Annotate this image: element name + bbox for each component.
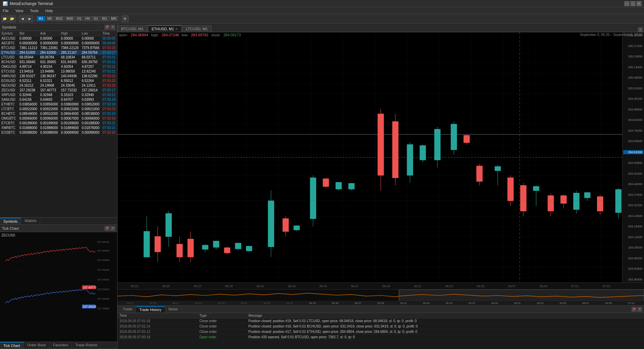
toolbar-separator-3 [120, 16, 120, 22]
table-row[interactable]: EOSUSD 6.52311 6.52321 6.55012 6.52264 0… [0, 79, 117, 83]
minimize-button[interactable]: — [625, 1, 629, 6]
price-284312: 284.31200 [623, 204, 643, 207]
sym-name: BCHBTC [0, 112, 18, 116]
lb-tab-favorites[interactable]: Favorites [50, 342, 72, 349]
main-chart-svg[interactable] [117, 32, 644, 282]
tick-panel-controls: 📌 ✕ [105, 226, 115, 231]
table-row[interactable]: XMRUSD 138.91027 138.96247 140.04936 138… [0, 74, 117, 79]
tf-w1[interactable]: W1 [100, 16, 109, 21]
table-row[interactable]: OMGBTC 0.00066000 0.00066000 0.00067000 … [0, 116, 117, 121]
lb-tab-orderbook[interactable]: Order Book [24, 342, 50, 349]
price-284248: 284.24800 [623, 214, 643, 218]
terminal-pin-button[interactable]: 📌 [632, 307, 636, 312]
menu-file[interactable]: File [1, 8, 10, 13]
price-284056: 284.05600 [623, 246, 643, 249]
chart-area[interactable]: open: 284.06894 high: 284.07248 low: 283… [117, 32, 644, 282]
price-285272: 285.27200 [623, 44, 643, 48]
chart-tabs-close[interactable]: ✕ [638, 27, 643, 32]
sym-low: 13.92240 [80, 69, 101, 74]
time-0635: 06:35 [150, 285, 182, 288]
back-button[interactable]: ◀ [19, 15, 26, 22]
menu-help[interactable]: Help [44, 8, 54, 13]
svg-rect-69 [451, 124, 457, 150]
table-row[interactable]: OMGUSD 4.89714 4.90154 4.92054 4.87257 0… [0, 64, 117, 69]
sym-bid: 0.00000000 [18, 41, 39, 46]
svg-rect-61 [392, 122, 398, 178]
new-chart-button[interactable]: 📁 [1, 15, 8, 22]
tf-h4[interactable]: H4 [84, 16, 92, 21]
tab-wallets[interactable]: Wallets [21, 218, 40, 224]
tick-close-button[interactable]: ✕ [110, 226, 115, 231]
lb-tab-tickchart[interactable]: Tick Chart [0, 342, 24, 349]
sym-high: 0.00000000 [60, 41, 81, 46]
table-row[interactable]: NEOUSD 24.16212 24.19668 24.33045 24.129… [0, 83, 117, 88]
svg-rect-67 [435, 129, 440, 160]
sym-name: EOSBTC [0, 130, 18, 135]
sym-low: 0.63993 [80, 97, 101, 102]
table-row[interactable]: BTCUSD 7381.11213 7381.22081 7384.22120 … [0, 46, 117, 50]
sym-time: 07:03:21 [101, 60, 117, 64]
table-row[interactable]: ETCUSD 13.94816 13.94886 13.98059 13.922… [0, 69, 117, 74]
maximize-button[interactable]: □ [631, 1, 635, 6]
chart-tab-btcusd[interactable]: BTCUSD, M1 [117, 26, 147, 32]
table-row[interactable]: BCHUSD 631.06840 631.35665 631.94355 630… [0, 60, 117, 64]
chart-navigator[interactable]: 06:17 06:19 06:21 06:23 06:25 06:27 06:2… [117, 289, 644, 305]
sym-low: 0.08538000 [80, 112, 101, 116]
symbols-close-button[interactable]: ✕ [110, 25, 115, 30]
chart-tab-ethusd[interactable]: ETHUSD, M1 ✕ [148, 25, 182, 32]
sym-high: 4.92054 [60, 64, 81, 69]
menu-view[interactable]: View [14, 8, 25, 13]
close-button[interactable]: ✕ [637, 1, 641, 6]
tf-m15[interactable]: M15 [54, 16, 64, 21]
terminal-tab-news[interactable]: News [165, 306, 182, 312]
lb-tab-traderobots[interactable]: Trade Robots [72, 342, 101, 349]
price-284952: 284.95200 [623, 97, 643, 100]
tf-m5[interactable]: M5 [46, 16, 54, 21]
sym-bid: 0.00189000 [18, 121, 39, 126]
chart-tab-ltcusd[interactable]: LTCUSD, M1 [182, 26, 211, 32]
table-row[interactable]: AECUSD 0.00000 0.00000 0.00000 0.00000 0… [0, 36, 117, 41]
table-row[interactable]: SANUSD 0.64156 0.64693 0.64707 0.63993 0… [0, 97, 117, 102]
tf-h1[interactable]: H1 [76, 16, 83, 21]
th-message: Message [246, 313, 644, 318]
time-0643: 06:43 [276, 285, 308, 288]
table-row[interactable]: ETHUSD 284.61000 284.62000 285.21167 284… [0, 50, 117, 55]
table-row[interactable]: BCHBTC 0.08549000 0.08552000 0.08564000 … [0, 112, 117, 116]
nav-time-0651: 06:51 [506, 302, 529, 305]
svg-text:157.49285: 157.49285 [97, 297, 109, 300]
table-row[interactable]: LTCUSD 68.05944 68.06784 68.10834 68.037… [0, 55, 117, 60]
table-row[interactable]: ZECUSD 157.29238 157.40773 157.73232 157… [0, 88, 117, 93]
table-row[interactable]: LTCBTC 0.00922000 0.00922000 0.00922000 … [0, 107, 117, 112]
tf-mn[interactable]: MN [109, 16, 118, 21]
table-row[interactable]: ETHBTC 0.03856000 0.03856000 0.03860000 … [0, 102, 117, 107]
svg-rect-57 [349, 183, 354, 189]
settings-button[interactable]: ⚙ [122, 15, 129, 22]
time-0647: 06:47 [339, 285, 370, 288]
tf-d1[interactable]: D1 [92, 16, 100, 21]
open-button[interactable]: 📂 [9, 15, 15, 22]
nav-time-0643: 06:43 [415, 302, 438, 305]
table-row[interactable]: XMRBTC 0.01888000 0.01888000 0.01889600 … [0, 126, 117, 130]
table-row[interactable]: XRPUSD 0.32946 0.32948 0.33103 0.32940 0… [0, 93, 117, 97]
tf-m30[interactable]: M30 [65, 16, 75, 21]
chart-tab-ethusd-close[interactable]: ✕ [175, 27, 178, 31]
terminal-close-button[interactable]: ✕ [637, 307, 642, 312]
table-row[interactable]: ETCBTC 0.00189000 0.00189000 0.00189000 … [0, 121, 117, 126]
svg-rect-71 [464, 135, 469, 142]
menu-tools[interactable]: Tools [29, 8, 40, 13]
price-285144: 285.14400 [623, 66, 643, 69]
tab-symbols[interactable]: Symbols [0, 218, 21, 224]
forward-button[interactable]: ▶ [27, 15, 33, 22]
svg-rect-63 [407, 144, 413, 175]
table-row[interactable]: EOSBTC 0.00088000 0.00088000 0.00089000 … [0, 130, 117, 135]
sym-bid: 6.52311 [18, 79, 39, 83]
sym-time: 07:03:21 [101, 55, 117, 60]
toolbar-separator [17, 16, 17, 22]
tf-m1[interactable]: M1 [37, 16, 45, 21]
tick-pin-button[interactable]: 📌 [105, 226, 109, 231]
table-row[interactable]: AECBTC 0.00000000 0.00000000 0.00000000 … [0, 41, 117, 46]
terminal-tab-trade[interactable]: Trade [119, 306, 136, 312]
symbols-pin-button[interactable]: 📌 [105, 25, 109, 30]
terminal-tab-tradehistory[interactable]: Trade History [136, 306, 165, 312]
svg-rect-55 [336, 182, 341, 189]
